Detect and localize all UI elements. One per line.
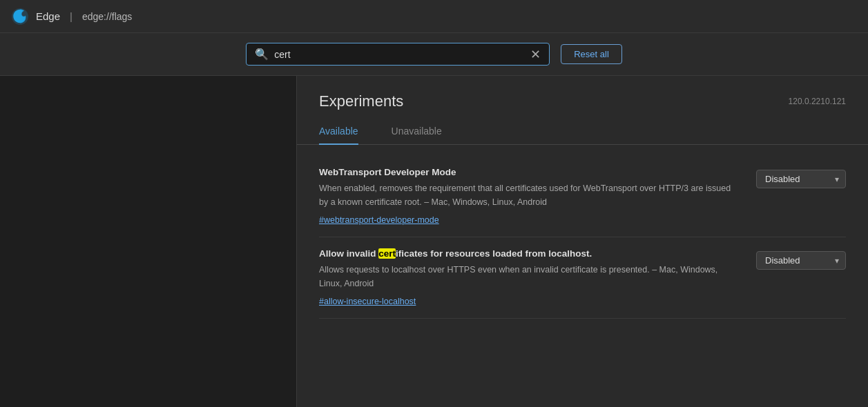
clear-icon[interactable]: ✕ — [530, 48, 541, 61]
search-area: 🔍 ✕ Reset all — [0, 33, 868, 76]
tab-unavailable[interactable]: Unavailable — [392, 119, 442, 145]
title-bar: Edge | edge://flags — [0, 0, 868, 33]
search-input[interactable] — [274, 49, 525, 60]
app-title: Edge — [36, 10, 60, 22]
flags-list: WebTransport Developer Mode When enabled… — [297, 145, 868, 330]
title-separator: | — [70, 10, 73, 22]
flag-desc-webtransport: When enabled, removes the requirement th… — [319, 181, 740, 209]
highlight-cert-2: cert — [378, 248, 396, 259]
tabs-bar: Available Unavailable — [297, 119, 868, 145]
flag-desc-insecure-localhost: Allows requests to localhost over HTTPS … — [319, 263, 740, 290]
page-title: Experiments — [319, 92, 403, 110]
flag-content-insecure-localhost: Allow invalid certificates for resources… — [319, 248, 740, 307]
tab-available[interactable]: Available — [319, 119, 358, 145]
flag-item-insecure-localhost: Allow invalid certificates for resources… — [319, 237, 846, 319]
edge-logo-icon — [11, 8, 29, 26]
select-wrapper-webtransport: Default Disabled Enabled — [756, 170, 846, 188]
search-box: 🔍 ✕ — [246, 43, 550, 66]
main-layout: Experiments 120.0.2210.121 Available Una… — [0, 76, 868, 407]
flag-select-insecure-localhost[interactable]: Default Disabled Enabled — [756, 251, 846, 270]
flag-item-webtransport: WebTransport Developer Mode When enabled… — [319, 156, 846, 237]
flag-link-webtransport[interactable]: #webtransport-developer-mode — [319, 215, 439, 225]
flag-title-webtransport: WebTransport Developer Mode — [319, 167, 740, 177]
experiments-header: Experiments 120.0.2210.121 — [297, 76, 868, 110]
flag-select-webtransport[interactable]: Default Disabled Enabled — [756, 170, 846, 188]
flag-control-webtransport: Default Disabled Enabled — [756, 170, 846, 188]
reset-all-button[interactable]: Reset all — [561, 44, 622, 64]
flag-control-insecure-localhost: Default Disabled Enabled — [756, 251, 846, 270]
page-url: edge://flags — [82, 11, 132, 22]
flag-title-insecure-localhost: Allow invalid certificates for resources… — [319, 248, 740, 259]
flag-link-insecure-localhost[interactable]: #allow-insecure-localhost — [319, 297, 416, 306]
select-wrapper-insecure-localhost: Default Disabled Enabled — [756, 251, 846, 270]
sidebar — [0, 76, 297, 407]
search-icon: 🔍 — [255, 48, 269, 61]
highlight-cert-1: cert — [505, 183, 520, 193]
content-area: Experiments 120.0.2210.121 Available Una… — [297, 76, 868, 407]
flag-content-webtransport: WebTransport Developer Mode When enabled… — [319, 167, 740, 226]
version-text: 120.0.2210.121 — [789, 97, 846, 106]
